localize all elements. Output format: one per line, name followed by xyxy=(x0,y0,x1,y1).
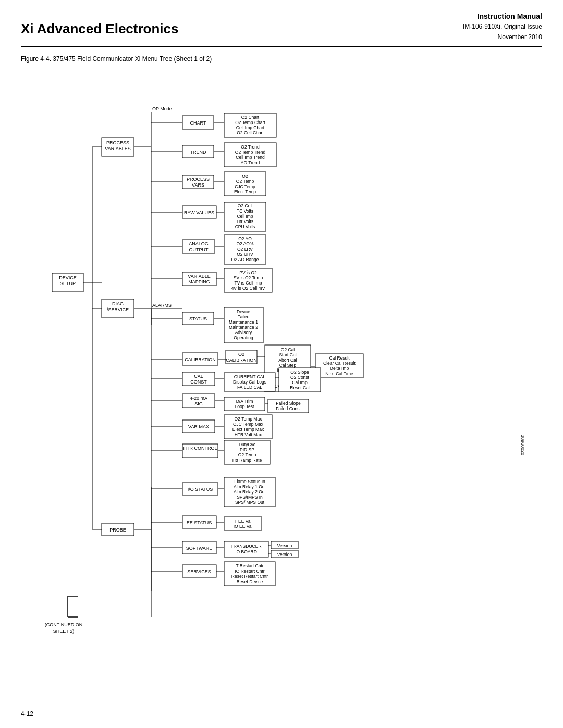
svg-text:CJC Temp Max: CJC Temp Max xyxy=(233,422,264,427)
doc-date: November 2010 xyxy=(463,32,542,42)
svg-text:EE STATUS: EE STATUS xyxy=(187,520,212,525)
svg-text:PID SP: PID SP xyxy=(240,447,254,452)
svg-text:PROBE: PROBE xyxy=(109,527,126,533)
svg-text:O2: O2 xyxy=(242,174,248,179)
svg-text:O2 Temp: O2 Temp xyxy=(238,452,256,458)
svg-text:Htr Ramp Rate: Htr Ramp Rate xyxy=(232,458,262,463)
svg-text:OP Mode: OP Mode xyxy=(152,106,172,112)
svg-text:Maintenance 1: Maintenance 1 xyxy=(229,319,258,325)
svg-text:CALIBRATION: CALIBRATION xyxy=(185,357,215,362)
svg-text:T EE Val: T EE Val xyxy=(235,519,252,524)
svg-text:Flame Status In: Flame Status In xyxy=(234,479,265,484)
svg-text:O2 Trend: O2 Trend xyxy=(241,144,260,150)
svg-text:D/A Trim: D/A Trim xyxy=(236,399,253,404)
svg-text:Reset Restart Cntr: Reset Restart Cntr xyxy=(231,574,268,579)
svg-text:Cell Imp Trend: Cell Imp Trend xyxy=(236,155,265,160)
svg-text:STATUS: STATUS xyxy=(189,316,207,322)
svg-text:OUTPUT: OUTPUT xyxy=(189,247,209,252)
svg-text:4V is O2 Cell mV: 4V is O2 Cell mV xyxy=(231,286,265,291)
doc-number: IM-106-910Xi, Original Issue xyxy=(463,22,542,32)
svg-text:DutyCyc: DutyCyc xyxy=(239,442,256,447)
page-container: Xi Advanced Electronics Instruction Manu… xyxy=(0,0,563,728)
svg-text:Alm Relay 2 Out: Alm Relay 2 Out xyxy=(234,489,266,495)
svg-text:SPS/IMPS Out: SPS/IMPS Out xyxy=(235,500,265,505)
svg-text:Reset Cal: Reset Cal xyxy=(290,385,309,390)
svg-text:Version: Version xyxy=(277,552,292,557)
svg-text:SOFTWARE: SOFTWARE xyxy=(186,546,213,551)
svg-text:DEVICE: DEVICE xyxy=(59,275,77,280)
svg-text:O2 Slope: O2 Slope xyxy=(290,369,309,375)
svg-text:4-20 mA: 4-20 mA xyxy=(190,396,207,401)
svg-text:Operating: Operating xyxy=(234,335,253,340)
header: Xi Advanced Electronics Instruction Manu… xyxy=(21,10,542,42)
svg-text:O2 Cell: O2 Cell xyxy=(238,203,252,208)
svg-text:RAW VALUES: RAW VALUES xyxy=(184,210,214,215)
svg-text:Maintenance 2: Maintenance 2 xyxy=(229,325,258,330)
svg-text:/SERVICE: /SERVICE xyxy=(107,307,129,312)
svg-text:O2 Temp Trend: O2 Temp Trend xyxy=(235,150,266,155)
svg-text:Cal Result: Cal Result xyxy=(329,355,350,361)
svg-text:PROCESS: PROCESS xyxy=(187,177,210,182)
svg-text:Htr Volts: Htr Volts xyxy=(237,219,253,224)
svg-text:Elect Temp Max: Elect Temp Max xyxy=(232,427,264,432)
svg-text:SERVICES: SERVICES xyxy=(187,569,211,574)
diagram-area: DEVICE SETUP PROCESS VARIABLES DIAG /SER… xyxy=(21,70,542,669)
diagram-svg: DEVICE SETUP PROCESS VARIABLES DIAG /SER… xyxy=(21,70,532,664)
svg-text:HTR Volt Max: HTR Volt Max xyxy=(235,432,262,437)
figure-caption: Figure 4-4. 375/475 Field Communicator X… xyxy=(21,55,542,63)
svg-text:ANALOG: ANALOG xyxy=(189,241,209,246)
svg-text:Elect Temp: Elect Temp xyxy=(234,189,256,194)
svg-text:Cal Imp: Cal Imp xyxy=(292,380,308,385)
svg-text:O2 Temp Max: O2 Temp Max xyxy=(235,416,263,422)
svg-text:O2 Cal: O2 Cal xyxy=(281,347,295,352)
page-number: 4-12 xyxy=(21,710,33,718)
svg-text:Clear Cal Result: Clear Cal Result xyxy=(323,361,356,366)
svg-text:DIAG: DIAG xyxy=(112,301,124,306)
svg-text:Failed Const: Failed Const xyxy=(276,406,301,411)
svg-text:VARIABLES: VARIABLES xyxy=(105,146,130,151)
svg-text:Display Cal Logs: Display Cal Logs xyxy=(233,379,266,385)
svg-text:SETUP: SETUP xyxy=(60,281,76,286)
svg-text:O2 AO: O2 AO xyxy=(238,236,252,241)
svg-text:O2 LRV: O2 LRV xyxy=(237,246,253,252)
svg-text:O2  Temp: O2 Temp xyxy=(236,179,254,184)
svg-text:TRANSDUCER: TRANSDUCER xyxy=(230,544,261,549)
svg-text:SV is O2 Temp: SV is O2 Temp xyxy=(234,275,263,280)
svg-text:O2 Cell Chart: O2 Cell Chart xyxy=(237,130,264,135)
svg-text:Advisory: Advisory xyxy=(235,330,252,335)
svg-text:PROCESS: PROCESS xyxy=(106,140,129,145)
svg-text:Delta Imp: Delta Imp xyxy=(330,366,349,371)
svg-text:SHEET  2): SHEET 2) xyxy=(53,628,74,634)
svg-text:Cell Imp Chart: Cell Imp Chart xyxy=(236,125,265,130)
svg-text:Cal Step: Cal Step xyxy=(279,363,297,368)
svg-text:38960020: 38960020 xyxy=(520,435,525,455)
svg-text:TV is Cell Imp: TV is Cell Imp xyxy=(235,280,262,286)
svg-text:SIG: SIG xyxy=(194,401,203,406)
svg-text:CJC Temp: CJC Temp xyxy=(235,184,255,189)
svg-text:HTR CONTROL: HTR CONTROL xyxy=(183,446,217,451)
header-right: Instruction Manual IM-106-910Xi, Origina… xyxy=(463,10,542,42)
header-divider xyxy=(21,46,542,47)
svg-text:O2 Temp Chart: O2 Temp Chart xyxy=(235,120,265,125)
svg-text:Failed: Failed xyxy=(237,314,249,319)
svg-text:Next Cal Time: Next Cal Time xyxy=(325,371,353,376)
svg-text:Abort Cal: Abort Cal xyxy=(278,357,297,363)
svg-text:CHART: CHART xyxy=(190,120,206,126)
svg-text:SPS/IMPS In: SPS/IMPS In xyxy=(237,495,263,500)
svg-text:O2 AO Range: O2 AO Range xyxy=(231,257,259,262)
svg-text:Reset Device: Reset Device xyxy=(237,579,263,584)
svg-text:I/O STATUS: I/O STATUS xyxy=(188,487,213,492)
svg-text:O2 URV: O2 URV xyxy=(237,252,253,257)
svg-text:Version: Version xyxy=(277,543,292,548)
svg-text:Failed Slope: Failed Slope xyxy=(276,401,301,406)
svg-text:FAILED CAL: FAILED CAL xyxy=(237,385,262,390)
svg-text:TREND: TREND xyxy=(190,150,206,155)
svg-text:Device: Device xyxy=(237,309,250,314)
svg-text:CURRENT CAL: CURRENT CAL xyxy=(234,374,266,379)
svg-text:ALARMS: ALARMS xyxy=(152,303,172,308)
svg-text:VARIABLE: VARIABLE xyxy=(188,274,210,279)
svg-text:O2 Const: O2 Const xyxy=(290,375,310,380)
svg-text:CALIBRATION: CALIBRATION xyxy=(226,357,256,363)
svg-text:Cell Imp: Cell Imp xyxy=(237,214,253,219)
svg-text:Alm Relay 1 Out: Alm Relay 1 Out xyxy=(234,484,266,489)
